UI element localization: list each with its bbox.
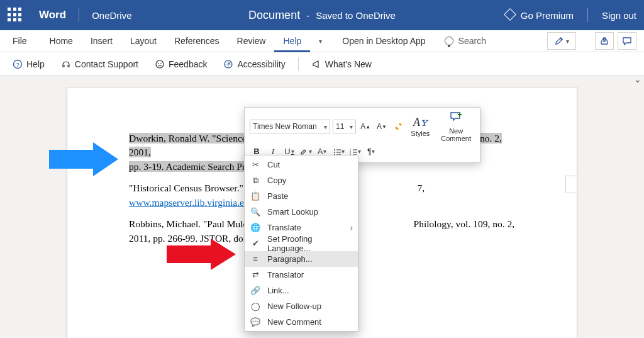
paintbrush-icon (393, 121, 403, 132)
ctx-followup[interactable]: ◯ New Follow-up (245, 298, 358, 314)
ctx-copy[interactable]: ⧉ Copy (245, 172, 358, 188)
styles-button[interactable]: Aʏ Styles (407, 116, 433, 138)
editing-mode-button[interactable]: ▾ (547, 32, 576, 50)
svg-point-3 (158, 62, 159, 64)
p3-text-a: Robbins, Michael. "Paul Muldoo (129, 218, 258, 229)
tab-help[interactable]: Help (274, 30, 310, 52)
paragraph-mark-button[interactable]: ¶▾ (364, 145, 378, 159)
svg-text:?: ? (16, 61, 19, 67)
ctx-proofing-label: Set Proofing Language... (267, 234, 353, 253)
format-painter-button[interactable] (391, 120, 405, 133)
tab-home[interactable]: Home (41, 30, 82, 52)
help-button[interactable]: ? Help (6, 59, 51, 69)
ctx-translator-label: Translator (267, 270, 353, 279)
grow-font-button[interactable]: A▲ (358, 120, 372, 133)
help-label: Help (26, 59, 45, 69)
megaphone-icon (311, 59, 321, 69)
tab-file[interactable]: File (4, 30, 36, 52)
title-bar: Word OneDrive Document - Saved to OneDri… (0, 0, 644, 30)
tab-layout[interactable]: Layout (121, 30, 165, 52)
chevron-down-icon: ▾ (350, 123, 353, 130)
comments-button[interactable] (618, 32, 636, 50)
tab-references[interactable]: References (165, 30, 228, 52)
ctx-new-comment[interactable]: 💬 New Comment (245, 314, 358, 330)
chevron-down-icon: ▾ (324, 123, 327, 130)
ctx-translator[interactable]: ⇄ Translator (245, 267, 358, 283)
divider (79, 8, 79, 22)
ctx-smart-lookup-label: Smart Lookup (267, 207, 353, 217)
tab-more-chevron[interactable]: ▾ (310, 30, 331, 52)
share-button[interactable] (595, 32, 614, 50)
tab-review[interactable]: Review (228, 30, 275, 52)
search-box[interactable]: Search (437, 36, 494, 46)
sign-out-button[interactable]: Sign out (602, 10, 636, 21)
new-comment-l2: Comment (441, 135, 471, 142)
ctx-smart-lookup[interactable]: 🔍 Smart Lookup (245, 204, 358, 220)
ctx-translate[interactable]: 🌐 Translate › (245, 220, 358, 235)
comment-plus-icon (450, 111, 462, 126)
font-size-value: 11 (336, 122, 344, 131)
ctx-proofing-language[interactable]: ✔︎ Set Proofing Language... (245, 235, 358, 251)
title-center: Document - Saved to OneDrive (248, 9, 396, 22)
bulb-icon (445, 37, 453, 45)
ctx-link[interactable]: 🔗 Link... (245, 283, 358, 298)
diamond-icon (504, 8, 516, 21)
tab-insert[interactable]: Insert (82, 30, 121, 52)
svg-point-2 (156, 60, 164, 68)
ribbon-tabs: File Home Insert Layout References Revie… (0, 30, 644, 52)
followup-icon: ◯ (250, 301, 261, 311)
accessibility-label: Accessibility (237, 59, 285, 69)
feedback-button[interactable]: Feedback (148, 59, 213, 69)
divider (587, 8, 588, 22)
comment-icon (622, 36, 632, 46)
open-in-desktop-button[interactable]: Open in Desktop App (331, 30, 436, 52)
headset-icon (61, 59, 71, 69)
p2-text-a: "Historical Census Browser." Un (129, 183, 258, 193)
proofing-icon: ✔︎ (250, 239, 261, 248)
translator-icon: ⇄ (250, 270, 261, 279)
go-premium-button[interactable]: Go Premium (506, 10, 574, 21)
pencil-icon (555, 37, 564, 45)
app-launcher-icon[interactable] (8, 8, 23, 23)
save-status: Saved to OneDrive (316, 10, 396, 21)
ctx-copy-label: Copy (267, 176, 353, 185)
ctx-cut[interactable]: ✂ Cut (245, 157, 358, 172)
scissors-icon: ✂ (250, 160, 261, 169)
comment-icon: 💬 (250, 317, 261, 327)
p2-url[interactable]: www.mapserver.lib.virginia.edu/ (129, 197, 257, 208)
help-toolbar: ? Help Contact Support Feedback Accessib… (0, 52, 644, 76)
document-name[interactable]: Document (248, 9, 300, 22)
whats-new-button[interactable]: What's New (305, 59, 378, 69)
svg-point-6 (334, 149, 335, 150)
shrink-font-button[interactable]: A▼ (375, 120, 389, 133)
new-comment-button[interactable]: New Comment (437, 111, 475, 142)
p2-text-b: 7, (417, 183, 425, 193)
search-icon: 🔍 (250, 207, 261, 217)
font-size-select[interactable]: 11 ▾ (333, 120, 357, 133)
link-icon: 🔗 (250, 286, 261, 295)
paragraph-icon: ≡ (250, 254, 261, 264)
accessibility-icon (223, 59, 233, 69)
whatsnew-label: What's New (325, 59, 372, 69)
storage-location[interactable]: OneDrive (86, 10, 138, 21)
dash: - (306, 10, 309, 21)
ctx-paragraph[interactable]: ≡ Paragraph... (245, 251, 358, 267)
copy-icon: ⧉ (250, 176, 261, 186)
ribbon-overflow-chevron[interactable]: ⌄ (634, 74, 641, 84)
accessibility-button[interactable]: Accessibility (217, 59, 291, 69)
clipboard-icon: 📋 (250, 191, 261, 201)
new-comment-l1: New (449, 127, 463, 135)
ctx-paragraph-label: Paragraph... (267, 254, 353, 264)
font-family-select[interactable]: Times New Roman ▾ (250, 120, 330, 133)
ctx-paste-label: Paste (267, 191, 353, 201)
page-nav-stub[interactable] (565, 176, 577, 193)
ctx-cut-label: Cut (267, 160, 353, 169)
svg-point-7 (334, 152, 335, 153)
styles-label: Styles (411, 130, 430, 137)
ctx-link-label: Link... (267, 286, 353, 295)
ctx-paste[interactable]: 📋 Paste (245, 188, 358, 204)
question-icon: ? (13, 59, 23, 69)
contact-support-button[interactable]: Contact Support (55, 59, 145, 69)
submenu-arrow-icon: › (350, 223, 353, 232)
contact-label: Contact Support (75, 59, 138, 69)
